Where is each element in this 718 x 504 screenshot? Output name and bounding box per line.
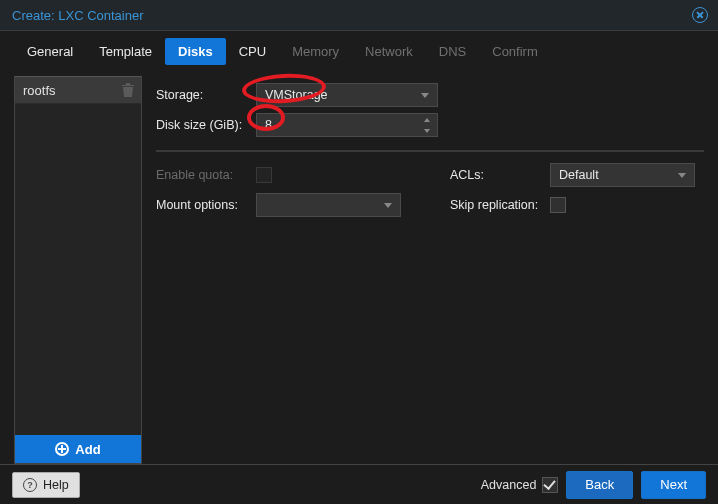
acls-label: ACLs: [450,168,550,182]
advanced-toggle[interactable]: Advanced [481,477,559,493]
chevron-down-icon [424,129,430,133]
tab-general[interactable]: General [14,38,86,65]
plus-icon [55,442,69,456]
disk-list-item-label: rootfs [23,83,56,98]
chevron-up-icon [424,118,430,122]
disk-list-item-rootfs[interactable]: rootfs [15,76,141,104]
tab-dns: DNS [426,38,479,65]
add-button[interactable]: Add [15,435,141,463]
next-button[interactable]: Next [641,471,706,499]
enable-quota-label: Enable quota: [156,168,256,182]
divider [156,150,704,152]
storage-label: Storage: [156,88,256,102]
mount-options-select[interactable] [256,193,401,217]
chevron-down-icon [678,173,686,178]
skip-replication-label: Skip replication: [450,198,550,212]
disk-size-input[interactable]: 8 [256,113,438,137]
back-button-label: Back [585,477,614,492]
chevron-down-icon [421,93,429,98]
help-icon: ? [23,478,37,492]
dialog-title: Create: LXC Container [12,8,144,23]
help-button-label: Help [43,478,69,492]
tab-network: Network [352,38,426,65]
trash-icon[interactable] [121,82,135,98]
tab-confirm: Confirm [479,38,551,65]
acls-value: Default [559,168,599,182]
enable-quota-checkbox [256,167,272,183]
add-button-label: Add [75,442,100,457]
storage-select[interactable]: VMStorage [256,83,438,107]
disk-list: rootfs Add [14,76,142,464]
tab-template[interactable]: Template [86,38,165,65]
mount-options-label: Mount options: [156,198,256,212]
advanced-label: Advanced [481,478,537,492]
help-button[interactable]: ? Help [12,472,80,498]
tab-memory: Memory [279,38,352,65]
footer: ? Help Advanced Back Next [0,464,718,504]
advanced-checkbox[interactable] [542,477,558,493]
chevron-down-icon [384,203,392,208]
acls-select[interactable]: Default [550,163,695,187]
titlebar: Create: LXC Container [0,0,718,31]
tab-cpu[interactable]: CPU [226,38,279,65]
close-icon[interactable] [692,7,708,23]
disk-size-spinner[interactable] [417,114,437,136]
tabs: General Template Disks CPU Memory Networ… [0,31,718,72]
disk-form: Storage: VMStorage Disk size (GiB): 8 [156,76,704,464]
disk-size-value: 8 [265,118,272,132]
disk-size-label: Disk size (GiB): [156,118,256,132]
tab-disks[interactable]: Disks [165,38,226,65]
skip-replication-checkbox[interactable] [550,197,566,213]
disk-list-body [15,104,141,435]
next-button-label: Next [660,477,687,492]
back-button[interactable]: Back [566,471,633,499]
storage-value: VMStorage [265,88,328,102]
